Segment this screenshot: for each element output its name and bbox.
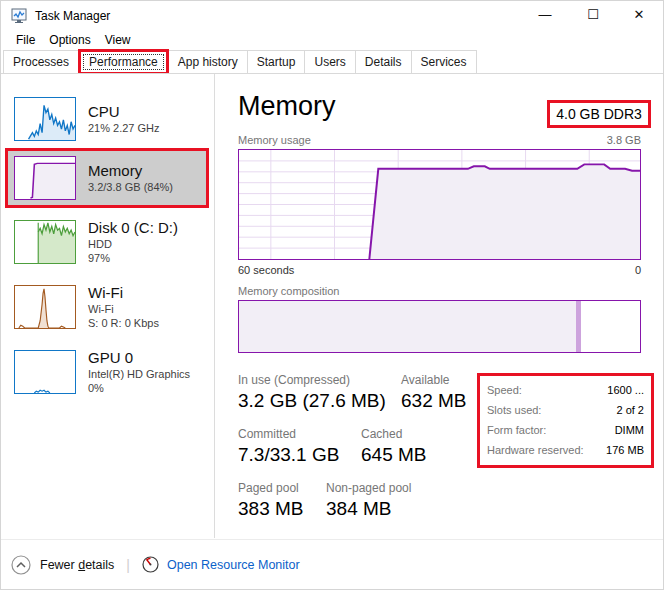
tab-users[interactable]: Users — [304, 50, 355, 73]
chevron-up-icon — [11, 555, 31, 575]
memory-capacity: 4.0 GB DDR3 — [556, 106, 642, 122]
tab-services[interactable]: Services — [411, 50, 477, 73]
cached-value: 645 MB — [361, 442, 426, 468]
cached-label: Cached — [361, 427, 426, 442]
memory-capacity-annotation: 4.0 GB DDR3 — [547, 100, 651, 128]
paged-pool-value: 383 MB — [238, 496, 326, 522]
sidebar-item-wifi[interactable]: Wi-Fi Wi-Fi S: 0 R: 0 Kbps — [5, 277, 209, 337]
hardware-details-annotation: Speed: 1600 ... Slots used: 2 of 2 Form … — [477, 373, 654, 468]
sidebar-divider — [214, 74, 215, 538]
memory-composition-bar — [238, 300, 641, 353]
title-bar: Task Manager — ☐ ✕ — [1, 1, 663, 31]
sidebar-item-memory[interactable]: Memory 3.2/3.8 GB (84%) — [5, 148, 209, 208]
tab-performance[interactable]: Performance — [81, 52, 166, 72]
maximize-button[interactable]: ☐ — [573, 1, 613, 29]
non-paged-pool-value: 384 MB — [326, 496, 411, 522]
fewer-details-label: Fewer details — [40, 558, 114, 572]
open-resource-monitor-link[interactable]: Open Resource Monitor — [142, 556, 300, 573]
hardware-reserved-value: 176 MB — [606, 440, 644, 460]
window-title: Task Manager — [35, 9, 110, 23]
memory-stats: In use (Compressed) 3.2 GB (27.6 MB) Ava… — [238, 373, 473, 535]
disk-usage: 97% — [88, 251, 178, 265]
paged-pool-label: Paged pool — [238, 481, 326, 496]
axis-left-label: 60 seconds — [238, 264, 294, 276]
disk-mini-chart — [14, 220, 76, 264]
menu-file[interactable]: File — [9, 31, 42, 50]
committed-value: 7.3/33.1 GB — [238, 442, 361, 468]
speed-value: 1600 ... — [607, 380, 644, 400]
gpu-mini-chart — [14, 350, 76, 394]
composition-modified-segment — [576, 301, 581, 352]
available-value: 632 MB — [401, 388, 466, 414]
axis-right-label: 0 — [635, 264, 641, 276]
sidebar-item-gpu[interactable]: GPU 0 Intel(R) HD Graphics 0% — [5, 342, 209, 402]
memory-mini-chart — [14, 156, 76, 200]
non-paged-pool-label: Non-paged pool — [326, 481, 411, 496]
menu-view[interactable]: View — [98, 31, 138, 50]
form-factor-value: DIMM — [615, 420, 644, 440]
minimize-button[interactable]: — — [525, 1, 565, 29]
memory-title: Memory — [88, 162, 173, 180]
footer-separator: | — [126, 557, 130, 573]
tab-strip: Processes Performance App history Startu… — [1, 50, 663, 74]
tab-startup[interactable]: Startup — [247, 50, 306, 73]
gpu-title: GPU 0 — [88, 349, 190, 367]
sidebar-item-cpu[interactable]: CPU 21% 2.27 GHz — [5, 89, 209, 149]
resource-monitor-icon — [142, 556, 159, 573]
task-manager-icon — [11, 8, 27, 24]
tab-details[interactable]: Details — [355, 50, 412, 73]
cpu-stats: 21% 2.27 GHz — [88, 121, 160, 135]
menu-options[interactable]: Options — [42, 31, 97, 50]
memory-usage-chart — [238, 149, 641, 260]
usage-chart-max: 3.8 GB — [607, 134, 641, 146]
open-resource-monitor-label: Open Resource Monitor — [167, 558, 300, 572]
performance-tab-annotation: Performance — [78, 49, 169, 73]
gpu-usage: 0% — [88, 381, 190, 395]
form-factor-label: Form factor: — [487, 420, 546, 440]
wifi-adapter: Wi-Fi — [88, 302, 159, 316]
disk-title: Disk 0 (C: D:) — [88, 219, 178, 237]
tab-app-history[interactable]: App history — [168, 50, 248, 73]
usage-chart-header: Memory usage 3.8 GB — [238, 134, 641, 146]
close-button[interactable]: ✕ — [619, 1, 659, 29]
fewer-details-button[interactable]: Fewer details — [11, 555, 114, 575]
menu-bar: File Options View — [1, 31, 663, 50]
page-title: Memory — [238, 91, 336, 122]
gpu-name: Intel(R) HD Graphics — [88, 367, 190, 381]
tab-processes[interactable]: Processes — [3, 50, 79, 73]
cpu-mini-chart — [14, 97, 76, 141]
wifi-mini-chart — [14, 285, 76, 329]
slots-used-value: 2 of 2 — [616, 400, 644, 420]
wifi-title: Wi-Fi — [88, 284, 159, 302]
cpu-title: CPU — [88, 103, 160, 121]
wifi-throughput: S: 0 R: 0 Kbps — [88, 316, 159, 330]
available-label: Available — [401, 373, 466, 388]
in-use-value: 3.2 GB (27.6 MB) — [238, 388, 401, 414]
task-manager-window: Task Manager — ☐ ✕ File Options View Pro… — [0, 0, 664, 590]
hardware-reserved-label: Hardware reserved: — [487, 440, 584, 460]
sidebar-item-disk[interactable]: Disk 0 (C: D:) HDD 97% — [5, 212, 209, 272]
usage-chart-label: Memory usage — [238, 134, 311, 146]
slots-used-label: Slots used: — [487, 400, 541, 420]
in-use-label: In use (Compressed) — [238, 373, 401, 388]
composition-label: Memory composition — [238, 285, 339, 297]
composition-in-use-segment — [239, 301, 576, 352]
usage-chart-axis: 60 seconds 0 — [238, 264, 641, 276]
speed-label: Speed: — [487, 380, 522, 400]
memory-stats: 3.2/3.8 GB (84%) — [88, 180, 173, 194]
committed-label: Committed — [238, 427, 361, 442]
footer-bar: Fewer details | Open Resource Monitor — [1, 539, 663, 589]
disk-type: HDD — [88, 237, 178, 251]
